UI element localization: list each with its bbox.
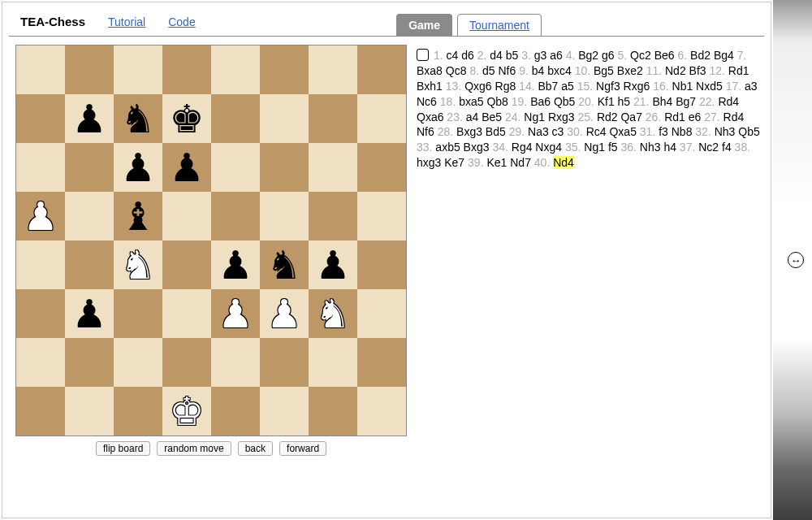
move[interactable]: f4 xyxy=(722,141,732,154)
nav-link-code[interactable]: Code xyxy=(168,15,195,28)
move[interactable]: hxg3 xyxy=(417,156,441,169)
tab-game[interactable]: Game xyxy=(396,14,452,37)
move[interactable]: Qxg6 xyxy=(464,80,491,93)
square[interactable] xyxy=(211,94,260,143)
square[interactable] xyxy=(65,46,114,94)
move[interactable]: c3 xyxy=(552,125,564,138)
move[interactable]: Nc2 xyxy=(698,141,719,154)
nav-link-tutorial[interactable]: Tutorial xyxy=(108,15,145,28)
move[interactable]: Nb1 xyxy=(672,80,693,93)
move[interactable]: Nxg4 xyxy=(535,141,562,154)
square[interactable] xyxy=(357,143,406,192)
square[interactable] xyxy=(357,94,406,143)
square[interactable] xyxy=(16,289,65,338)
move[interactable]: bxc4 xyxy=(547,64,572,77)
move[interactable]: Rc4 xyxy=(586,125,607,138)
square[interactable]: ♚ xyxy=(162,387,211,436)
move[interactable]: Qb8 xyxy=(486,95,508,108)
square[interactable] xyxy=(16,46,65,94)
square[interactable]: ♞ xyxy=(309,289,357,338)
move[interactable]: d6 xyxy=(461,49,474,62)
square[interactable] xyxy=(16,387,65,436)
square[interactable] xyxy=(65,338,114,387)
move[interactable]: Bb7 xyxy=(538,80,558,93)
black-n-piece[interactable]: ♞ xyxy=(120,99,155,138)
move[interactable]: Bxh1 xyxy=(417,80,443,93)
move[interactable]: h5 xyxy=(618,95,631,108)
square[interactable]: ♞ xyxy=(114,240,162,289)
move[interactable]: g3 xyxy=(534,49,547,62)
square[interactable] xyxy=(211,387,260,436)
move[interactable]: g6 xyxy=(602,49,615,62)
move[interactable]: Qxa5 xyxy=(609,125,636,138)
move[interactable]: Be6 xyxy=(654,49,675,62)
move[interactable]: Na3 xyxy=(528,125,549,138)
move[interactable]: Bg7 xyxy=(676,95,696,108)
move[interactable]: Bxa8 xyxy=(417,64,443,77)
square[interactable] xyxy=(16,338,65,387)
square[interactable] xyxy=(162,46,211,94)
move[interactable]: Nb8 xyxy=(672,125,693,138)
move[interactable]: Qc8 xyxy=(446,64,467,77)
square[interactable] xyxy=(309,46,357,94)
square[interactable] xyxy=(357,46,406,94)
move[interactable]: Ng1 xyxy=(524,110,545,124)
flip-board-button[interactable]: flip board xyxy=(96,441,150,456)
move[interactable]: axb5 xyxy=(435,141,460,154)
move[interactable]: Rd2 xyxy=(597,110,618,124)
move[interactable]: Rd1 xyxy=(728,64,749,77)
move[interactable]: Rd4 xyxy=(723,110,745,124)
move[interactable]: Bd2 xyxy=(690,49,710,62)
move[interactable]: Ke7 xyxy=(444,156,464,169)
square[interactable] xyxy=(16,94,65,143)
move[interactable]: bxa5 xyxy=(459,95,483,108)
square[interactable]: ♟ xyxy=(16,192,65,240)
square[interactable] xyxy=(309,387,357,436)
move[interactable]: Qc2 xyxy=(630,49,651,62)
square[interactable] xyxy=(260,143,309,192)
square[interactable] xyxy=(309,192,357,240)
white-k-piece[interactable]: ♚ xyxy=(169,392,204,431)
square[interactable] xyxy=(211,338,260,387)
square[interactable]: ♞ xyxy=(260,240,309,289)
move[interactable]: Ba6 xyxy=(530,95,551,108)
move[interactable]: Qb5 xyxy=(554,95,575,108)
move[interactable]: Nd2 xyxy=(665,64,686,77)
move[interactable]: Rxg6 xyxy=(624,80,650,93)
random-move-button[interactable]: random move xyxy=(157,441,231,456)
back-button[interactable]: back xyxy=(238,441,273,456)
move[interactable]: Rd1 xyxy=(664,110,685,124)
move[interactable]: Bg5 xyxy=(594,64,614,77)
black-p-piece[interactable]: ♟ xyxy=(315,245,350,284)
square[interactable] xyxy=(16,143,65,192)
black-p-piece[interactable]: ♟ xyxy=(71,99,106,138)
black-k-piece[interactable]: ♚ xyxy=(169,99,204,138)
square[interactable]: ♟ xyxy=(309,240,357,289)
square[interactable] xyxy=(260,338,309,387)
square[interactable]: ♟ xyxy=(211,289,260,338)
move[interactable]: Bg2 xyxy=(578,49,598,62)
square[interactable]: ♝ xyxy=(114,192,162,240)
square[interactable]: ♞ xyxy=(114,94,162,143)
move[interactable]: Nd7 xyxy=(510,156,531,169)
square[interactable] xyxy=(357,240,406,289)
white-p-piece[interactable]: ♟ xyxy=(266,294,301,333)
square[interactable] xyxy=(357,338,406,387)
move[interactable]: Bd5 xyxy=(486,125,506,138)
move[interactable]: Rg4 xyxy=(512,141,533,154)
square[interactable] xyxy=(309,94,357,143)
black-p-piece[interactable]: ♟ xyxy=(120,148,155,187)
move[interactable]: Be5 xyxy=(482,110,502,124)
move[interactable]: Nc6 xyxy=(417,95,437,108)
move[interactable]: Qa7 xyxy=(620,110,641,124)
black-p-piece[interactable]: ♟ xyxy=(218,245,253,284)
black-p-piece[interactable]: ♟ xyxy=(169,148,204,187)
square[interactable] xyxy=(357,192,406,240)
square[interactable] xyxy=(162,338,211,387)
square[interactable] xyxy=(211,192,260,240)
move[interactable]: Ke1 xyxy=(486,156,507,169)
move[interactable]: Nf6 xyxy=(498,64,516,77)
square[interactable] xyxy=(114,338,162,387)
square[interactable]: ♟ xyxy=(162,143,211,192)
square[interactable] xyxy=(65,143,114,192)
